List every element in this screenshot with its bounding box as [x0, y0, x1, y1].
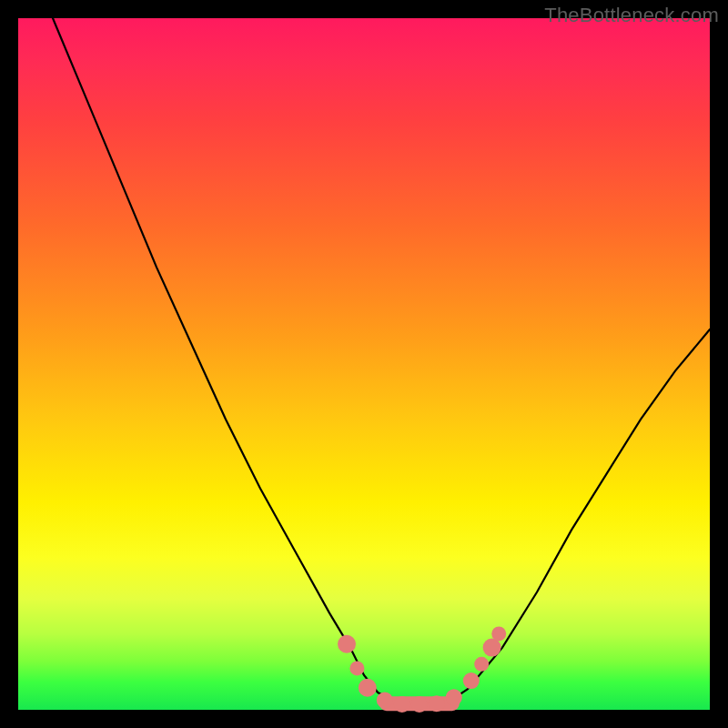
- valley-marker: [377, 692, 393, 708]
- valley-marker: [338, 635, 356, 653]
- valley-marker: [474, 657, 489, 672]
- chart-svg: [18, 18, 710, 710]
- outer-frame: TheBottleneck.com: [0, 0, 728, 728]
- valley-marker: [463, 672, 480, 689]
- valley-marker: [394, 696, 410, 713]
- valley-marker: [446, 689, 462, 705]
- plot-area: [18, 18, 710, 710]
- valley-markers: [338, 626, 506, 713]
- valley-marker: [359, 679, 377, 697]
- valley-marker: [429, 695, 445, 712]
- watermark-text: TheBottleneck.com: [544, 4, 719, 27]
- curve-line: [53, 18, 710, 706]
- valley-marker: [411, 696, 428, 713]
- valley-marker: [491, 626, 506, 641]
- valley-marker: [483, 639, 501, 657]
- valley-marker: [349, 661, 364, 675]
